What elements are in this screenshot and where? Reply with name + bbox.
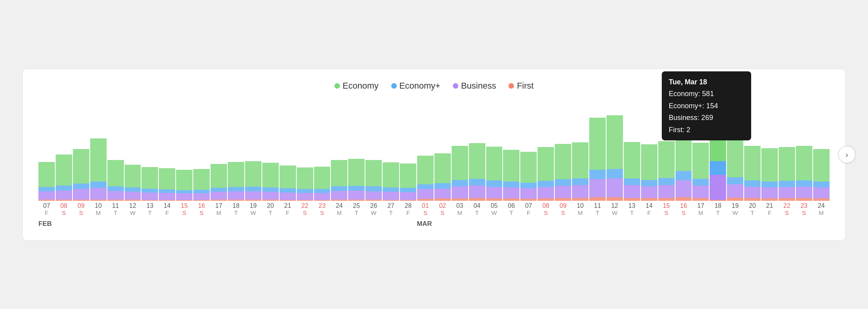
bar-col[interactable]	[538, 147, 554, 201]
axis-date-num: 12	[129, 202, 136, 209]
bar-stack	[125, 165, 141, 200]
bar-segment-economy-plus	[520, 183, 537, 189]
bar-col[interactable]	[280, 165, 296, 201]
bar-col[interactable]	[710, 107, 726, 201]
bar-col[interactable]	[624, 142, 640, 201]
axis-day-label: W	[612, 209, 617, 216]
axis-date-num: 24	[818, 202, 825, 209]
bar-segment-first	[142, 200, 158, 201]
bar-col[interactable]	[159, 168, 175, 200]
bar-segment-business	[56, 191, 72, 200]
bar-col[interactable]	[193, 169, 210, 200]
bar-col[interactable]	[107, 160, 124, 200]
bar-col[interactable]	[245, 161, 261, 201]
bar-col[interactable]	[125, 165, 141, 200]
bar-segment-economy	[434, 153, 451, 183]
bar-col[interactable]	[572, 142, 588, 201]
bar-col[interactable]	[486, 147, 503, 200]
axis-day-label: W	[251, 209, 256, 216]
bar-col[interactable]	[211, 164, 227, 201]
axis-col: 20T	[744, 202, 761, 216]
next-button[interactable]: ›	[838, 146, 855, 163]
bar-col[interactable]	[641, 144, 657, 200]
axis-col: 28F	[400, 202, 416, 216]
bar-segment-first	[159, 200, 175, 201]
bar-col[interactable]	[90, 138, 107, 200]
bar-col[interactable]	[589, 117, 606, 200]
bar-col[interactable]	[383, 162, 399, 200]
bar-segment-economy	[417, 156, 434, 184]
axis-col: 06T	[503, 202, 519, 216]
bar-col[interactable]	[607, 115, 623, 201]
bar-segment-economy	[469, 143, 485, 178]
bar-segment-economy	[383, 162, 399, 187]
bar-col[interactable]	[365, 160, 382, 200]
bar-segment-economy	[56, 154, 72, 185]
axis-day-label: S	[665, 209, 668, 216]
bar-col[interactable]	[520, 152, 537, 201]
bar-stack	[538, 147, 554, 201]
bar-segment-economy	[142, 167, 158, 189]
bar-col[interactable]	[676, 118, 692, 200]
bar-segment-economy-plus	[607, 169, 623, 178]
bar-col[interactable]	[73, 149, 89, 200]
bar-col[interactable]	[452, 146, 468, 201]
axis-date-num: 13	[628, 202, 636, 209]
bar-segment-economy-plus	[434, 183, 451, 189]
bar-col[interactable]	[142, 167, 158, 201]
bar-segment-first	[538, 198, 554, 201]
bar-col[interactable]	[314, 167, 330, 200]
bar-col[interactable]	[176, 170, 192, 200]
axis-col: 25T	[348, 202, 365, 216]
bar-col[interactable]	[761, 148, 778, 200]
bar-stack	[624, 142, 640, 201]
bar-segment-economy-plus	[176, 190, 192, 194]
bar-col[interactable]	[503, 150, 519, 201]
bar-segment-business	[159, 193, 175, 200]
bar-col[interactable]	[400, 164, 416, 201]
bar-col[interactable]	[779, 147, 795, 201]
bar-col[interactable]	[331, 160, 347, 201]
bar-segment-business	[607, 178, 623, 197]
legend-item-first: First	[508, 81, 534, 91]
bar-col[interactable]	[658, 141, 675, 200]
bar-col[interactable]	[417, 156, 434, 201]
bar-col[interactable]	[434, 153, 451, 201]
bar-stack	[520, 152, 537, 201]
bar-col[interactable]	[744, 146, 761, 200]
bar-col[interactable]	[228, 162, 244, 200]
bar-col[interactable]	[555, 144, 571, 200]
axis-date-num: 15	[181, 202, 188, 209]
legend-label-economy: Economy	[343, 81, 379, 91]
axis-day-label: S	[79, 209, 83, 216]
axis-date-num: 21	[284, 202, 291, 209]
bar-segment-economy	[727, 138, 743, 177]
bar-col[interactable]	[348, 159, 365, 201]
bar-segment-economy-plus	[297, 189, 313, 193]
bar-col[interactable]	[796, 146, 812, 200]
bar-segment-first	[383, 200, 399, 201]
bar-segment-first	[38, 200, 55, 201]
axis-date-num: 13	[146, 202, 153, 209]
bar-col[interactable]	[38, 162, 55, 200]
bar-segment-business	[73, 189, 89, 199]
bar-col[interactable]	[813, 149, 830, 200]
bar-segment-economy-plus	[142, 189, 158, 193]
axis-col: 11T	[107, 202, 124, 216]
bar-col[interactable]	[297, 167, 313, 200]
axis-date-num: 06	[508, 202, 515, 209]
bar-col[interactable]	[469, 143, 485, 200]
bar-col[interactable]	[56, 154, 72, 200]
bar-col[interactable]	[262, 163, 279, 201]
bar-stack	[365, 160, 382, 200]
bar-segment-business	[796, 187, 812, 198]
bar-stack	[417, 156, 434, 201]
bar-segment-business	[589, 179, 606, 198]
legend-dot-economy_plus	[391, 83, 397, 89]
axis-date-num: 19	[732, 202, 739, 209]
axis-day-label: F	[406, 209, 410, 216]
bar-stack	[710, 107, 726, 201]
axis-col: 13T	[624, 202, 640, 216]
bar-col[interactable]	[692, 143, 709, 200]
bar-col[interactable]	[727, 138, 743, 200]
